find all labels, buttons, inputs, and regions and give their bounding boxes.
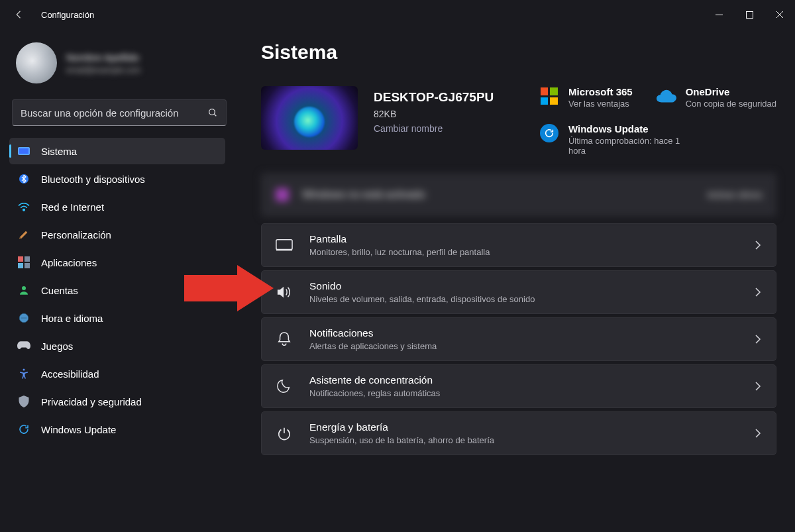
page-title: Sistema xyxy=(261,41,776,64)
sidebar: Nombre Apellido email@example.com Sistem… xyxy=(0,29,238,532)
shield-icon xyxy=(17,395,30,408)
search-input[interactable] xyxy=(21,107,203,119)
setting-sub: Alertas de aplicaciones y sistema xyxy=(309,341,740,351)
profile-name: Nombre Apellido xyxy=(66,52,140,63)
svg-point-2 xyxy=(209,109,215,115)
user-icon xyxy=(17,284,30,297)
minimize-button[interactable] xyxy=(704,0,734,29)
sidebar-item-label: Hora e idioma xyxy=(41,313,103,324)
sidebar-item-sistema[interactable]: Sistema xyxy=(9,138,225,164)
setting-sub: Monitores, brillo, luz nocturna, perfil … xyxy=(309,247,740,257)
sidebar-item-accesibilidad[interactable]: Accesibilidad xyxy=(9,360,225,387)
sidebar-item-privacidad[interactable]: Privacidad y seguridad xyxy=(9,388,225,415)
promo-title: OneDrive xyxy=(686,86,776,97)
nav: Sistema Bluetooth y dispositivos Red e I… xyxy=(9,138,229,443)
promo-sub: Última comprobación: hace 1 hora xyxy=(568,136,694,156)
svg-point-3 xyxy=(23,209,25,211)
sidebar-item-label: Personalización xyxy=(41,229,111,240)
rename-link[interactable]: Cambiar nombre xyxy=(374,123,494,134)
promo-windows-update[interactable]: Windows Update Última comprobación: hace… xyxy=(539,123,776,156)
sidebar-item-label: Privacidad y seguridad xyxy=(41,396,142,407)
promo-title: Microsoft 365 xyxy=(568,86,633,97)
device-card[interactable]: DESKTOP-GJ675PU 82KB Cambiar nombre xyxy=(261,86,494,150)
search-box[interactable] xyxy=(12,99,227,126)
setting-title: Energía y batería xyxy=(309,421,740,433)
moon-icon xyxy=(274,379,295,394)
svg-point-4 xyxy=(22,286,26,290)
promo-microsoft-365[interactable]: Microsoft 365 Ver las ventajas xyxy=(539,86,633,109)
chevron-right-icon xyxy=(755,287,761,297)
chevron-right-icon xyxy=(755,240,761,250)
svg-rect-0 xyxy=(716,15,723,15)
sidebar-item-aplicaciones[interactable]: Aplicaciones xyxy=(9,249,225,276)
sidebar-item-windows-update[interactable]: Windows Update xyxy=(9,416,225,443)
settings-list: Pantalla Monitores, brillo, luz nocturna… xyxy=(261,223,776,455)
gamepad-icon xyxy=(17,339,30,352)
sidebar-item-label: Red e Internet xyxy=(41,201,104,213)
profile-card[interactable]: Nombre Apellido email@example.com xyxy=(9,37,229,95)
svg-rect-8 xyxy=(276,240,292,250)
svg-rect-1 xyxy=(746,11,753,18)
sidebar-item-label: Juegos xyxy=(41,341,73,352)
setting-item-energia[interactable]: Energía y batería Suspensión, uso de la … xyxy=(261,411,776,455)
sidebar-item-red[interactable]: Red e Internet xyxy=(9,193,225,220)
main-content: Sistema DESKTOP-GJ675PU 82KB Cambiar nom… xyxy=(238,29,795,532)
onedrive-icon xyxy=(657,86,676,106)
sidebar-item-hora[interactable]: Hora e idioma xyxy=(9,305,225,331)
setting-sub: Niveles de volumen, salida, entrada, dis… xyxy=(309,294,740,304)
setting-sub: Suspensión, uso de la batería, ahorro de… xyxy=(309,435,740,445)
promo-sub: Con copia de seguridad xyxy=(686,99,776,109)
sidebar-item-bluetooth[interactable]: Bluetooth y dispositivos xyxy=(9,166,225,192)
sidebar-item-cuentas[interactable]: Cuentas xyxy=(9,277,225,303)
setting-title: Sonido xyxy=(309,280,740,292)
sidebar-item-label: Sistema xyxy=(41,146,77,157)
chevron-right-icon xyxy=(755,381,761,392)
sidebar-item-label: Aplicaciones xyxy=(41,257,97,268)
close-button[interactable] xyxy=(765,0,795,29)
promo-title: Windows Update xyxy=(568,123,694,134)
apps-icon xyxy=(17,256,30,269)
maximize-button[interactable] xyxy=(734,0,765,29)
svg-rect-9 xyxy=(276,250,292,251)
banner-action[interactable]: Activar ahora xyxy=(708,189,762,200)
desktop-preview xyxy=(261,86,358,150)
windows-update-icon xyxy=(539,123,559,143)
promo-sub: Ver las ventajas xyxy=(568,99,633,109)
device-model: 82KB xyxy=(374,109,494,119)
accessibility-icon xyxy=(17,367,30,380)
sidebar-item-personalizacion[interactable]: Personalización xyxy=(9,221,225,248)
setting-item-notificaciones[interactable]: Notificaciones Alertas de aplicaciones y… xyxy=(261,317,776,361)
avatar xyxy=(16,42,57,83)
sidebar-item-label: Bluetooth y dispositivos xyxy=(41,174,145,185)
back-icon[interactable] xyxy=(13,9,25,21)
setting-title: Notificaciones xyxy=(309,327,740,339)
chevron-right-icon xyxy=(755,334,761,345)
setting-item-pantalla[interactable]: Pantalla Monitores, brillo, luz nocturna… xyxy=(261,223,776,267)
setting-item-sonido[interactable]: Sonido Niveles de volumen, salida, entra… xyxy=(261,270,776,314)
bell-icon xyxy=(274,331,295,347)
display-icon xyxy=(274,239,295,252)
brush-icon xyxy=(17,228,30,241)
app-title: Configuración xyxy=(41,10,94,20)
bluetooth-icon xyxy=(17,172,30,186)
microsoft-365-icon xyxy=(539,86,559,106)
monitor-icon xyxy=(17,144,30,158)
sidebar-item-label: Cuentas xyxy=(41,285,78,296)
setting-title: Pantalla xyxy=(309,233,740,245)
svg-point-7 xyxy=(23,369,25,371)
promo-onedrive[interactable]: OneDrive Con copia de seguridad xyxy=(657,86,776,109)
titlebar: Configuración xyxy=(0,0,795,29)
device-name: DESKTOP-GJ675PU xyxy=(374,90,494,105)
warning-icon xyxy=(276,188,289,201)
setting-sub: Notificaciones, reglas automáticas xyxy=(309,388,740,398)
sound-icon xyxy=(274,285,295,299)
profile-email: email@example.com xyxy=(66,66,140,75)
sidebar-item-juegos[interactable]: Juegos xyxy=(9,333,225,359)
activation-banner[interactable]: Windows no está activado Activar ahora xyxy=(261,173,776,217)
search-icon xyxy=(207,107,218,118)
setting-item-asistente-concentracion[interactable]: Asistente de concentración Notificacione… xyxy=(261,364,776,408)
window-controls xyxy=(704,0,795,29)
setting-title: Asistente de concentración xyxy=(309,374,740,386)
power-icon xyxy=(274,426,295,441)
sidebar-item-label: Windows Update xyxy=(41,424,116,435)
